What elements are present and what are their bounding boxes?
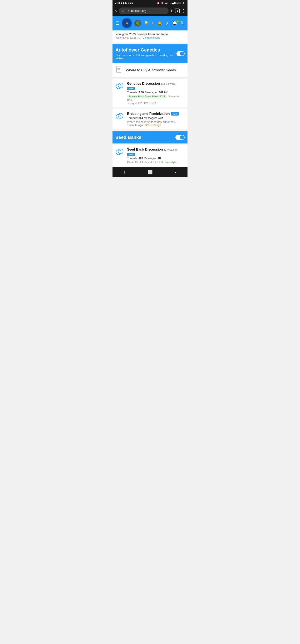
genetics-title-row: Genetics Discussion (15 Viewing) New (127, 82, 185, 90)
logo-image: ♛ (122, 18, 131, 28)
breeding-last-user[interactable]: N/A-Greengo (145, 124, 161, 126)
svg-text:♛: ♛ (125, 21, 129, 25)
hamburger-menu[interactable]: ☰ (115, 21, 119, 26)
home-icon[interactable]: ⌂ (115, 8, 117, 13)
seed-bank-stats: Threads: 188 Messages: 4K (127, 156, 185, 160)
genetics-discussion-content: Genetics Discussion (15 Viewing) New Thr… (127, 82, 185, 105)
mute-icon: 🔇 (161, 2, 164, 4)
seed-bank-threads: 188 (139, 156, 143, 160)
seed-bank-last-thread-title: Credit Card (127, 160, 141, 164)
snippet-meta: Yesterday at 12:25 PM · Cannaficionado (115, 36, 185, 39)
breeding-title: Breeding and Feminization (127, 112, 170, 116)
breeding-new-badge: New (171, 112, 179, 116)
search-icon[interactable]: 🔍 (180, 21, 185, 26)
seed-banks-header: Seed Banks (112, 132, 188, 144)
browser-actions: + 1 ⋮ (170, 8, 185, 14)
breeding-last-time: 1 minute ago (127, 124, 143, 126)
genetics-messages: 367.8K (159, 91, 168, 94)
section-title: Autoflower Genetics (115, 47, 176, 53)
wifi-icon: WiFi (165, 2, 169, 4)
seed-bank-last-time: Today at 6:21 PM (142, 160, 163, 164)
breeding-feminization-content: Breeding and Feminization New Threads: 2… (127, 112, 185, 126)
seed-bank-title-row: Seed Bank Discussion (1 Viewing) New (127, 148, 185, 156)
url-bar[interactable]: ⊙— autoflower.org (119, 8, 169, 14)
alarm-icon: ⏰ (157, 2, 160, 4)
genetics-chat-icon (115, 82, 125, 91)
genetics-stats: Threads: 7.8K Messages: 367.8K (127, 91, 185, 94)
breeding-threads: 254 (139, 116, 143, 120)
genetics-discussion-title: Genetics Discussion (127, 82, 160, 86)
new-tab-button[interactable]: + (170, 8, 173, 14)
notification-bell-icon[interactable]: 🔔 (158, 21, 162, 26)
breeding-title-row: Breeding and Feminization New (127, 112, 185, 116)
seed-banks-title: Seed Banks (115, 135, 141, 140)
user-avatar[interactable]: 🌿 (134, 20, 141, 26)
nav-back-icon[interactable]: ‹ (175, 170, 176, 174)
seed-bank-last-user[interactable]: dankstyle J (165, 160, 179, 164)
seed-bank-new-badge: New (127, 153, 135, 156)
crown-logo-svg: ♛ (124, 20, 130, 26)
battery-icon: 🔋 (182, 2, 185, 4)
genetics-last-post: Sawney Bean Grow Shows 2023 Sawney's Bea… (127, 95, 185, 105)
snippet-time: Yesterday at 12:25 PM (115, 36, 141, 39)
lock-icon: ⊙— (122, 10, 126, 12)
content-area: New grow 2023 Barneys Farm and In-ho... … (112, 30, 188, 167)
seed-bank-messages: 4K (158, 156, 161, 160)
snippet-category[interactable]: Cannaficionado (143, 36, 160, 39)
snippet-title: New grow 2023 Barneys Farm and In-ho... (115, 32, 185, 36)
seed-bank-discussion-row[interactable]: Seed Bank Discussion (1 Viewing) New Thr… (112, 145, 188, 167)
bottom-nav: ⦀ ⬜ ‹ (112, 167, 188, 177)
seed-bank-discussion-title: Seed Bank Discussion (127, 148, 163, 152)
genetics-last-user[interactable]: DOA (150, 102, 156, 105)
chat-bubble-icon[interactable]: 💬 0 (173, 21, 177, 26)
header-icons: 🌿 💡 ✉ 🔔 ⚡ 💬 0 🔍 (134, 20, 185, 26)
browser-bar: ⌂ ⊙— autoflower.org + 1 ⋮ (112, 6, 188, 16)
genetics-viewing: (15 Viewing) (161, 82, 176, 85)
status-bar: 7:44 ▶ ▶ ▶ 𝐩 𝐩 𝐩 • ⏰ 🔇 WiFi ▂▄▆ 52% 🔋 (112, 0, 188, 6)
where-to-buy-title: Where to Buy Autoflower Seeds (126, 68, 176, 72)
document-icon (115, 66, 123, 74)
breeding-stats: Threads: 254 Messages: 6.6K (127, 116, 185, 120)
breeding-messages: 6.6K (158, 116, 163, 120)
previous-thread-snippet[interactable]: New grow 2023 Barneys Farm and In-ho... … (112, 30, 188, 42)
breeding-last-thread-title: What's the best White Widow cut or nor..… (127, 120, 176, 124)
genetics-threads: 7.8K (139, 91, 144, 94)
mail-icon[interactable]: ✉ (151, 21, 155, 26)
nav-menu-icon[interactable]: ⦀ (124, 170, 125, 174)
genetics-discussion-row[interactable]: Genetics Discussion (15 Viewing) New Thr… (112, 79, 188, 108)
seed-bank-viewing: (1 Viewing) (164, 148, 178, 151)
genetics-new-badge: New (127, 87, 135, 90)
tab-count[interactable]: 1 (175, 8, 180, 13)
lightbulb-icon[interactable]: 💡 (144, 21, 149, 26)
seed-bank-discussion-content: Seed Bank Discussion (1 Viewing) New Thr… (127, 148, 185, 164)
seed-bank-chat-icon (115, 148, 125, 157)
seed-banks-toggle[interactable] (175, 135, 185, 140)
autoflower-genetics-header: Autoflower Genetics Discussion on autofl… (112, 44, 188, 63)
site-header: ☰ ♛ 🌿 💡 ✉ 🔔 ⚡ 💬 0 🔍 (112, 16, 188, 30)
genetics-toggle[interactable] (176, 51, 185, 56)
genetics-thread-tag[interactable]: Sawney Bean Grow Shows 2023 (127, 95, 166, 98)
signal-icon: ▂▄▆ (170, 2, 175, 4)
section-description: Discussion on autoflower genetics, breed… (115, 54, 176, 60)
url-text: autoflower.org (128, 9, 146, 12)
genetics-last-time: Today at 2:23 PM (127, 102, 148, 105)
more-options-icon[interactable]: ⋮ (182, 8, 185, 13)
chat-badge: 0 (175, 20, 179, 23)
where-to-buy-row[interactable]: Where to Buy Autoflower Seeds (112, 63, 188, 78)
status-time: 7:44 ▶ ▶ ▶ 𝐩 𝐩 𝐩 • (115, 2, 134, 4)
section-header-text: Autoflower Genetics Discussion on autofl… (115, 47, 176, 60)
status-indicators: ⏰ 🔇 WiFi ▂▄▆ 52% 🔋 (157, 2, 185, 4)
activity-icon[interactable]: ⚡ (165, 21, 170, 26)
breeding-last-post: What's the best White Widow cut or nor..… (127, 120, 185, 126)
seed-bank-last-post: Credit Card Today at 6:21 PM · dankstyle… (127, 160, 185, 164)
breeding-chat-icon (115, 112, 125, 121)
nav-home-icon[interactable]: ⬜ (147, 170, 153, 174)
site-logo[interactable]: ♛ (122, 18, 132, 28)
battery-indicator: 52% (176, 2, 181, 4)
breeding-feminization-row[interactable]: Breeding and Feminization New Threads: 2… (112, 109, 188, 130)
